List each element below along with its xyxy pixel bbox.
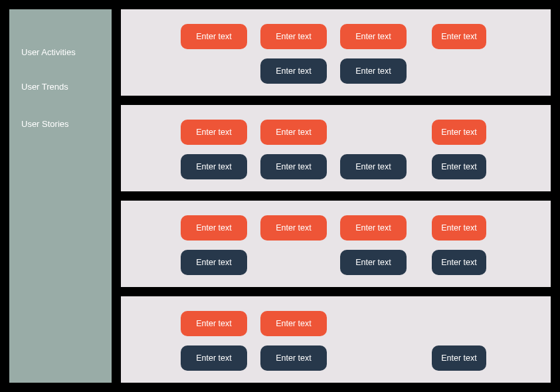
navy-card[interactable]: Enter text bbox=[181, 154, 247, 179]
navy-card[interactable]: Enter text bbox=[340, 154, 407, 179]
panel-0: Enter textEnter textEnter textEnter text… bbox=[121, 9, 551, 96]
red-card[interactable]: Enter text bbox=[432, 215, 486, 241]
panel-3: Enter textEnter textEnter textEnter text… bbox=[121, 296, 551, 383]
main-area: Enter textEnter textEnter textEnter text… bbox=[121, 9, 551, 383]
navy-card[interactable]: Enter text bbox=[432, 154, 486, 179]
empty-slot bbox=[340, 120, 407, 145]
navy-card[interactable]: Enter text bbox=[340, 58, 407, 84]
red-card[interactable]: Enter text bbox=[181, 120, 247, 145]
empty-slot bbox=[432, 311, 486, 336]
navy-card[interactable]: Enter text bbox=[260, 154, 327, 179]
red-card[interactable]: Enter text bbox=[260, 120, 327, 145]
red-card[interactable]: Enter text bbox=[432, 24, 486, 49]
red-card[interactable]: Enter text bbox=[340, 24, 407, 49]
sidebar-label-trends: User Trends bbox=[9, 73, 112, 100]
navy-card[interactable]: Enter text bbox=[181, 345, 247, 371]
navy-card[interactable]: Enter text bbox=[340, 250, 407, 275]
navy-card[interactable]: Enter text bbox=[432, 345, 486, 371]
red-card[interactable]: Enter text bbox=[340, 215, 407, 241]
navy-card[interactable]: Enter text bbox=[260, 345, 327, 371]
panel-grid: Enter textEnter textEnter textEnter text… bbox=[121, 24, 551, 84]
red-card[interactable]: Enter text bbox=[432, 120, 486, 145]
red-card[interactable]: Enter text bbox=[181, 24, 247, 49]
empty-slot bbox=[181, 58, 247, 84]
sidebar-label-stories: User Stories bbox=[9, 110, 112, 137]
empty-slot bbox=[432, 58, 486, 84]
red-card[interactable]: Enter text bbox=[260, 311, 327, 336]
layout: User Activities User Trends User Stories… bbox=[9, 9, 551, 383]
navy-card[interactable]: Enter text bbox=[260, 58, 327, 84]
panel-grid: Enter textEnter textEnter textEnter text… bbox=[121, 311, 551, 371]
red-card[interactable]: Enter text bbox=[260, 215, 327, 241]
panel-1: Enter textEnter textEnter textEnter text… bbox=[121, 105, 551, 191]
sidebar: User Activities User Trends User Stories bbox=[9, 9, 112, 383]
red-card[interactable]: Enter text bbox=[181, 311, 247, 336]
sidebar-label-activities: User Activities bbox=[9, 39, 112, 65]
navy-card[interactable]: Enter text bbox=[432, 250, 486, 275]
empty-slot bbox=[260, 250, 327, 275]
red-card[interactable]: Enter text bbox=[260, 24, 327, 49]
panel-2: Enter textEnter textEnter textEnter text… bbox=[121, 201, 551, 287]
red-card[interactable]: Enter text bbox=[181, 215, 247, 241]
empty-slot bbox=[340, 311, 407, 336]
panel-grid: Enter textEnter textEnter textEnter text… bbox=[121, 215, 551, 275]
panel-grid: Enter textEnter textEnter textEnter text… bbox=[121, 120, 551, 179]
navy-card[interactable]: Enter text bbox=[181, 250, 247, 275]
empty-slot bbox=[340, 345, 407, 371]
